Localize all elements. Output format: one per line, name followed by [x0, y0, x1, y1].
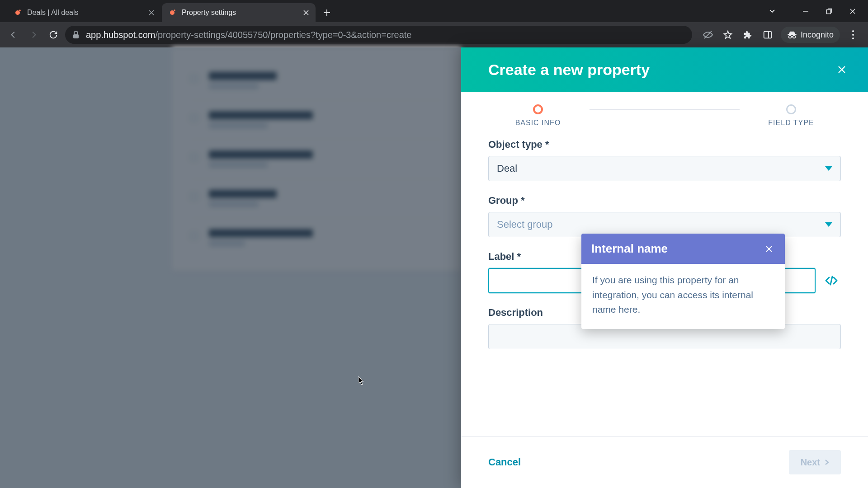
- svg-point-6: [174, 9, 175, 11]
- svg-rect-19: [764, 32, 772, 38]
- side-panel-icon[interactable]: [761, 28, 774, 42]
- popover-header: Internal name: [581, 234, 785, 264]
- eye-off-icon[interactable]: [701, 28, 715, 42]
- chevron-down-icon: [825, 166, 832, 171]
- internal-name-popover: Internal name If you are using this prop…: [581, 234, 785, 329]
- svg-rect-21: [788, 34, 797, 35]
- new-tab-button[interactable]: [319, 5, 335, 20]
- tabs-container: Deals | All deals Property settings: [5, 0, 335, 22]
- popover-close-button[interactable]: [763, 243, 775, 255]
- step-field-type[interactable]: FIELD TYPE: [741, 104, 841, 127]
- bookmark-star-icon[interactable]: [721, 28, 735, 42]
- object-type-select[interactable]: Deal: [488, 156, 841, 181]
- tab-search-button[interactable]: [767, 5, 778, 16]
- svg-point-1: [19, 9, 21, 11]
- field-object-type: Object type * Deal: [488, 139, 841, 181]
- tab-deals[interactable]: Deals | All deals: [7, 3, 161, 22]
- back-button[interactable]: [5, 27, 22, 43]
- popover-body: If you are using this property for an in…: [581, 264, 785, 329]
- svg-line-31: [830, 277, 832, 285]
- browser-tabstrip: Deals | All deals Property settings: [0, 0, 868, 22]
- tab-title: Property settings: [182, 9, 302, 17]
- next-button[interactable]: Next: [789, 450, 841, 474]
- group-placeholder: Select group: [497, 219, 553, 230]
- svg-rect-13: [827, 9, 831, 14]
- stepper: BASIC INFO FIELD TYPE: [461, 92, 868, 131]
- browser-toolbar: app.hubspot.com/property-settings/400557…: [0, 22, 868, 47]
- create-property-drawer: Create a new property BASIC INFO FIELD T…: [461, 47, 868, 488]
- drawer-header: Create a new property: [461, 47, 868, 92]
- svg-point-23: [793, 36, 796, 38]
- hubspot-icon: [13, 8, 23, 18]
- drawer-title: Create a new property: [488, 61, 650, 79]
- reload-button[interactable]: [45, 27, 61, 43]
- drawer-footer: Cancel Next: [461, 436, 868, 488]
- kebab-menu-icon[interactable]: [846, 28, 860, 42]
- step-connector: [590, 109, 740, 110]
- object-type-label: Object type *: [488, 139, 841, 150]
- hubspot-icon: [167, 8, 177, 18]
- step-basic-info[interactable]: BASIC INFO: [488, 104, 588, 127]
- lock-icon: [72, 31, 80, 39]
- popover-title: Internal name: [591, 242, 668, 256]
- maximize-icon[interactable]: [825, 7, 834, 16]
- page-area: Create a new property BASIC INFO FIELD T…: [0, 47, 868, 488]
- extensions-icon[interactable]: [741, 28, 755, 42]
- next-button-label: Next: [801, 457, 820, 468]
- svg-point-25: [852, 34, 854, 36]
- window-controls: [801, 0, 868, 22]
- svg-marker-30: [825, 222, 832, 227]
- incognito-label: Incognito: [801, 30, 834, 40]
- url-path: /property-settings/40055750/properties?t…: [155, 30, 411, 40]
- svg-point-22: [789, 36, 792, 38]
- step-dot-icon: [786, 104, 796, 114]
- svg-point-24: [852, 30, 854, 32]
- internal-name-toggle[interactable]: [822, 271, 841, 290]
- svg-point-26: [852, 38, 854, 39]
- tab-property-settings[interactable]: Property settings: [162, 3, 316, 22]
- close-icon[interactable]: [302, 9, 310, 17]
- forward-button[interactable]: [25, 27, 42, 43]
- field-group: Group * Select group: [488, 195, 841, 237]
- chevron-right-icon: [825, 459, 829, 465]
- svg-marker-29: [825, 166, 832, 171]
- form: Object type * Deal Group * Select group: [461, 131, 868, 363]
- step-label: FIELD TYPE: [768, 119, 814, 127]
- svg-rect-16: [73, 34, 79, 38]
- group-label: Group *: [488, 195, 841, 206]
- close-icon[interactable]: [147, 9, 156, 17]
- incognito-icon: [787, 31, 797, 39]
- chevron-down-icon: [825, 222, 832, 227]
- toolbar-right: Incognito: [696, 27, 863, 43]
- object-type-value: Deal: [497, 163, 517, 174]
- cancel-button[interactable]: Cancel: [488, 456, 521, 468]
- step-label: BASIC INFO: [515, 119, 561, 127]
- incognito-chip[interactable]: Incognito: [781, 27, 840, 43]
- step-dot-icon: [533, 104, 543, 114]
- address-bar[interactable]: app.hubspot.com/property-settings/400557…: [65, 26, 692, 44]
- svg-marker-18: [724, 31, 732, 38]
- minimize-icon[interactable]: [801, 7, 810, 16]
- url-host: app.hubspot.com: [86, 30, 155, 40]
- window-close-icon[interactable]: [848, 7, 857, 16]
- drawer-close-button[interactable]: [834, 61, 850, 78]
- tab-title: Deals | All deals: [27, 9, 147, 17]
